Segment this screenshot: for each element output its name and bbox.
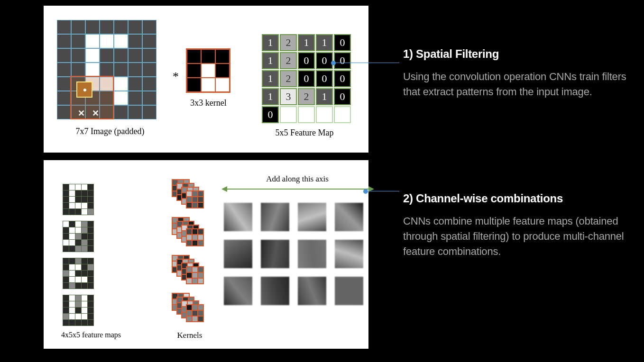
featuremap-cell: 1 [262,70,279,87]
mini-kernel [186,228,204,246]
image-cell [114,91,128,105]
image-cell [57,91,71,105]
callout-dot-icon [331,61,336,65]
image-cell [57,20,71,34]
section-heading: 1) Spatial Filtering [403,47,631,61]
small-feature-map [63,184,94,215]
output-feature [335,203,363,231]
image-cell [128,48,142,63]
image-cell [114,105,128,119]
image-cell [71,20,85,34]
small-feature-map [63,295,94,326]
output-feature [261,203,289,231]
image-cell [114,20,128,34]
output-feature [224,203,252,231]
output-feature [261,277,289,305]
featuremap-cell: 1 [316,88,333,105]
image-cell [100,34,114,48]
featuremap-cell: 0 [334,34,351,51]
stack-label: 4x5x5 feature maps [53,331,129,339]
image-cell [100,63,114,77]
output-feature [224,277,252,305]
image-cell [142,63,156,77]
mini-kernel [186,190,204,208]
output-feature [298,203,326,231]
small-feature-map [63,221,94,252]
image-cell [100,20,114,34]
image-cell [128,63,142,77]
section-body: Using the convolution operation CNNs tra… [403,69,631,100]
output-feature [298,240,326,268]
featuremap-cell [280,106,297,123]
image-label: 7x7 Image (padded) [67,127,153,136]
mini-kernel [186,266,204,284]
image-cell [71,63,85,77]
channel-combination-panel: Add along this axis 4x5x5 feature maps K… [44,160,368,349]
callout-dot-icon [363,189,368,194]
image-cell [128,91,142,105]
x-mark-icon: ✕ [92,108,99,118]
arrow-head-left-icon [221,186,227,192]
featuremap-cell: 0 [298,52,315,69]
image-cell [142,34,156,48]
featuremap-cell: 3 [280,88,297,105]
kernel-cell [187,78,201,92]
small-feature-map [63,258,94,289]
image-cell [128,105,142,119]
featuremap-cell: 1 [262,52,279,69]
featuremap-cell: 1 [298,34,315,51]
image-cell [142,105,156,119]
spatial-filtering-description: 1) Spatial Filtering Using the convoluti… [403,47,631,100]
kernel-cell [215,78,230,92]
image-cell [128,77,142,91]
featuremap-cell: 0 [262,106,279,123]
section-heading: 2) Channel-wise combinations [403,192,631,205]
callout-line [334,63,399,63]
feature-map-stack [63,184,94,326]
featuremap-cell: 0 [334,88,351,105]
kernel-group [172,293,214,326]
image-cell [142,77,156,91]
image-cell [71,48,85,63]
kernel-center-marker [76,81,92,98]
kernel-stack [172,179,214,331]
featuremap-cell [334,106,351,123]
image-cell [57,105,71,119]
featuremap-cell: 1 [316,34,333,51]
image-cell [114,48,128,63]
arrow-label: Add along this axis [245,174,350,184]
image-cell [85,34,100,48]
x-mark-icon: ✕ [78,108,85,118]
image-cell [114,34,128,48]
featuremap-cell: 2 [280,52,297,69]
image-cell [142,48,156,63]
spatial-filtering-panel: ✕ ✕ * 121101200012000132100 7x7 Image (p… [44,6,368,153]
image-cell [85,63,100,77]
image-cell [142,20,156,34]
image-cell [142,91,156,105]
featuremap-cell: 2 [280,70,297,87]
image-cell [57,77,71,91]
image-cell [100,48,114,63]
output-feature [335,240,363,268]
kernel-cell [201,49,215,63]
kernel-group [172,217,214,250]
featuremap-cell: 2 [298,88,315,105]
featuremap-cell: 0 [316,70,333,87]
kernel-cell [187,49,201,63]
kernel-cell [215,63,230,78]
section-body: CNNs combine multiple feature maps (obta… [403,214,631,259]
featuremap-cell: 1 [262,34,279,51]
image-cell [114,63,128,77]
featuremap-cell: 2 [280,34,297,51]
callout-line [366,191,399,191]
kernel-group [172,179,214,212]
featuremap-cell: 0 [316,52,333,69]
featuremap-cell: 1 [262,88,279,105]
featuremap-cell [316,106,333,123]
kernel-grid [186,48,230,93]
add-axis-arrow [226,189,368,190]
output-feature [298,277,326,305]
output-feature [224,240,252,268]
kernel-group [172,255,214,288]
